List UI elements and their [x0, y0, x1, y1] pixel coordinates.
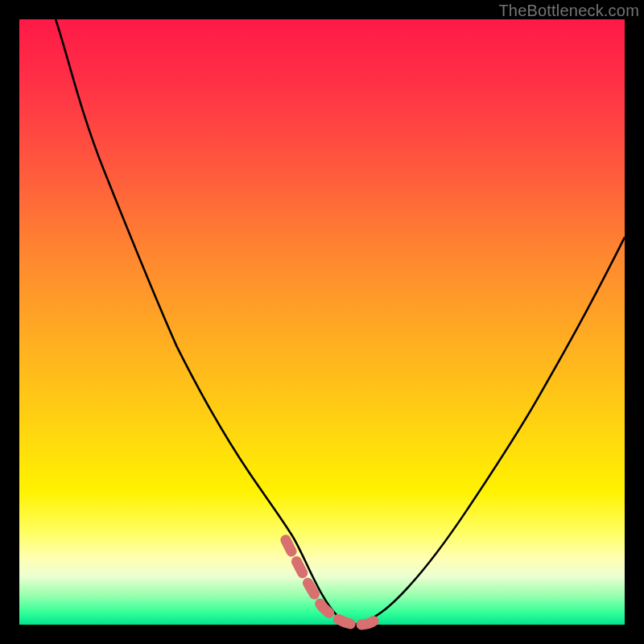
watermark-text: TheBottleneck.com [498, 2, 639, 20]
bottleneck-curve [56, 19, 625, 624]
plot-svg [19, 19, 625, 625]
chart-frame: TheBottleneck.com [0, 0, 644, 644]
bottleneck-floor-marker [286, 540, 377, 625]
